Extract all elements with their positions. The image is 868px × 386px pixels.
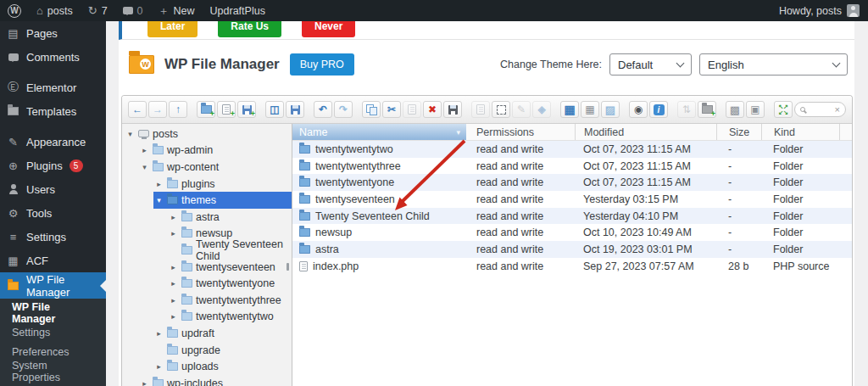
preview-icon[interactable]: ◉ bbox=[629, 101, 648, 118]
tree-item-uploads[interactable]: ▸uploads bbox=[122, 358, 292, 375]
column-header-size[interactable]: Size bbox=[716, 124, 761, 140]
new-folder-icon[interactable]: + bbox=[197, 101, 215, 118]
search-clear-icon[interactable]: × bbox=[835, 104, 840, 115]
new-file-icon[interactable]: + bbox=[217, 101, 236, 118]
tree-item-twentytwentythree[interactable]: ▸twentytwentythree bbox=[122, 292, 292, 309]
later-button[interactable]: Later bbox=[147, 21, 198, 37]
tree-item-astra[interactable]: ▸astra bbox=[122, 209, 292, 226]
collapsed-arrow-icon[interactable]: ▸ bbox=[154, 180, 164, 188]
collapsed-arrow-icon[interactable]: ▸ bbox=[169, 229, 178, 238]
expanded-arrow-icon[interactable]: ▾ bbox=[140, 163, 149, 171]
open-icon[interactable]: ◫ bbox=[265, 101, 284, 118]
collapsed-arrow-icon[interactable]: ▸ bbox=[169, 312, 178, 321]
tree-item-twenty-seventeen-child[interactable]: Twenty Seventeen Child bbox=[122, 242, 292, 259]
tree-item-upgrade[interactable]: upgrade bbox=[122, 342, 292, 359]
undo-icon[interactable]: ↶ bbox=[314, 101, 332, 118]
places-icon[interactable]: ▣ bbox=[746, 101, 765, 118]
collapsed-arrow-icon[interactable]: ▸ bbox=[169, 296, 178, 305]
delete-icon[interactable]: ✖ bbox=[423, 101, 442, 118]
back-icon[interactable]: ← bbox=[128, 101, 147, 118]
tree-item-wp-includes[interactable]: ▸wp-includes bbox=[122, 375, 292, 386]
duplicate-icon[interactable] bbox=[443, 101, 462, 118]
submenu-item-system-properties[interactable]: System Properties bbox=[0, 361, 106, 381]
thumbnails-icon[interactable]: ▩ bbox=[726, 101, 744, 118]
forward-icon[interactable]: → bbox=[148, 101, 167, 118]
column-header-kind[interactable]: Kind bbox=[761, 124, 839, 140]
expanded-arrow-icon[interactable]: ▾ bbox=[125, 130, 135, 138]
edit-icon[interactable]: ✎ bbox=[512, 101, 531, 118]
tree-item-twentyseventeen[interactable]: ▸twentyseventeen bbox=[122, 259, 292, 276]
buy-pro-button[interactable]: Buy PRO bbox=[290, 53, 354, 76]
howdy-label[interactable]: Howdy, posts bbox=[779, 5, 842, 17]
view-icons-icon[interactable]: ▦ bbox=[560, 101, 579, 118]
up-icon[interactable]: ↑ bbox=[169, 101, 187, 118]
select-all-icon[interactable] bbox=[492, 101, 510, 118]
tree-item-wp-admin[interactable]: ▸wp-admin bbox=[122, 143, 292, 159]
sidebar-item-acf[interactable]: ▦ ACF bbox=[0, 249, 106, 272]
fullscreen-icon[interactable]: ↖↗ ↙↘ bbox=[774, 101, 793, 118]
updraftplus-menu[interactable]: UpdraftPlus bbox=[203, 0, 273, 21]
sidebar-item-settings[interactable]: ≡ Settings bbox=[0, 225, 106, 249]
sidebar-item-plugins[interactable]: ⊕ Plugins 5 bbox=[0, 154, 106, 177]
tree-item-twentytwentytwo[interactable]: ▸twentytwentytwo bbox=[122, 309, 292, 326]
site-name-menu[interactable]: ⌂ posts bbox=[29, 0, 81, 21]
column-header-permissions[interactable]: Permissions bbox=[466, 124, 575, 140]
user-avatar[interactable] bbox=[847, 4, 860, 17]
language-select[interactable]: English bbox=[699, 53, 848, 76]
file-row-twentyseventeen[interactable]: twentyseventeen read and writeYesterday … bbox=[292, 191, 852, 208]
file-row-index-php[interactable]: index.php read and writeSep 27, 2023 07:… bbox=[292, 258, 852, 275]
view-small-icons-icon[interactable]: ▦ bbox=[581, 101, 599, 118]
file-row-newsup[interactable]: newsup read and writeOct 10, 2023 10:49 … bbox=[292, 224, 852, 241]
redo-icon[interactable]: ↷ bbox=[334, 101, 353, 118]
info-icon[interactable]: i bbox=[649, 101, 668, 118]
tree-item-updraft[interactable]: ▸updraft bbox=[122, 325, 292, 342]
save-icon[interactable] bbox=[286, 101, 304, 118]
tree-item-twentytwentyone[interactable]: ▸twentytwentyone bbox=[122, 275, 292, 292]
submenu-item-settings[interactable]: Settings bbox=[0, 322, 106, 342]
sidebar-item-users[interactable]: Users bbox=[0, 177, 106, 201]
theme-select[interactable]: Default bbox=[609, 53, 692, 76]
tree-item-wp-content[interactable]: ▾wp-content bbox=[122, 159, 292, 176]
tree-item-posts[interactable]: ▾posts bbox=[122, 126, 292, 143]
file-row-twentytwentytwo[interactable]: twentytwentytwo read and writeOct 07, 20… bbox=[292, 141, 852, 158]
sort-icon[interactable]: ⇅ bbox=[677, 101, 696, 118]
column-header-modified[interactable]: Modified bbox=[575, 124, 716, 140]
cut-icon[interactable]: ✂ bbox=[382, 101, 401, 118]
wp-logo-menu[interactable]: W bbox=[0, 0, 29, 21]
tree-item-themes[interactable]: ▾themes bbox=[122, 192, 292, 209]
collapsed-arrow-icon[interactable]: ▸ bbox=[154, 329, 164, 338]
tree-scrollbar-thumb[interactable] bbox=[287, 263, 289, 271]
sidebar-item-elementor[interactable]: Ⓔ Elementor bbox=[0, 76, 106, 99]
collapsed-arrow-icon[interactable]: ▸ bbox=[169, 263, 178, 271]
column-header-name[interactable]: Name▾ bbox=[292, 124, 466, 140]
tree-item-plugins[interactable]: ▸plugins bbox=[122, 176, 292, 193]
sidebar-item-templates[interactable]: Templates bbox=[0, 99, 106, 123]
collapsed-arrow-icon[interactable]: ▸ bbox=[140, 146, 149, 154]
view-list-icon[interactable]: ▨ bbox=[601, 101, 620, 118]
updates-menu[interactable]: ↻ 7 bbox=[81, 0, 115, 21]
submenu-item-wp-file-manager[interactable]: WP File Manager bbox=[0, 303, 106, 322]
rate-us-button[interactable]: Rate Us bbox=[218, 21, 281, 37]
sidebar-item-wp-file-manager[interactable]: WP File Manager bbox=[0, 272, 106, 299]
rename-icon[interactable] bbox=[471, 101, 490, 118]
sidebar-item-pages[interactable]: ▤ Pages bbox=[0, 21, 106, 45]
comments-menu[interactable]: 0 bbox=[115, 0, 151, 21]
file-row-twentytwentyone[interactable]: twentytwentyone read and writeOct 07, 20… bbox=[292, 174, 852, 191]
file-row-twenty-seventeen-child[interactable]: Twenty Seventeen Child read and writeYes… bbox=[292, 208, 852, 225]
collapsed-arrow-icon[interactable]: ▸ bbox=[140, 379, 149, 386]
resize-icon[interactable]: ◈ bbox=[532, 101, 551, 118]
collapsed-arrow-icon[interactable]: ▸ bbox=[169, 213, 178, 221]
new-content-menu[interactable]: ＋ New bbox=[151, 0, 203, 21]
collapsed-arrow-icon[interactable]: ▸ bbox=[154, 362, 164, 371]
paste-icon[interactable] bbox=[403, 101, 421, 118]
expanded-arrow-icon[interactable]: ▾ bbox=[154, 196, 164, 204]
sidebar-item-comments[interactable]: Comments bbox=[0, 45, 106, 69]
file-row-astra[interactable]: astra read and writeOct 19, 2023 03:01 P… bbox=[292, 241, 852, 258]
sidebar-item-tools[interactable]: ⚙ Tools bbox=[0, 201, 106, 225]
collapsed-arrow-icon[interactable]: ▸ bbox=[169, 279, 178, 288]
never-button[interactable]: Never bbox=[302, 21, 355, 37]
file-search-input[interactable]: × bbox=[794, 102, 846, 117]
archive-icon[interactable]: + bbox=[698, 101, 716, 118]
upload-icon[interactable]: + bbox=[237, 101, 256, 118]
file-row-twentytwentythree[interactable]: twentytwentythree read and writeOct 07, … bbox=[292, 158, 852, 175]
